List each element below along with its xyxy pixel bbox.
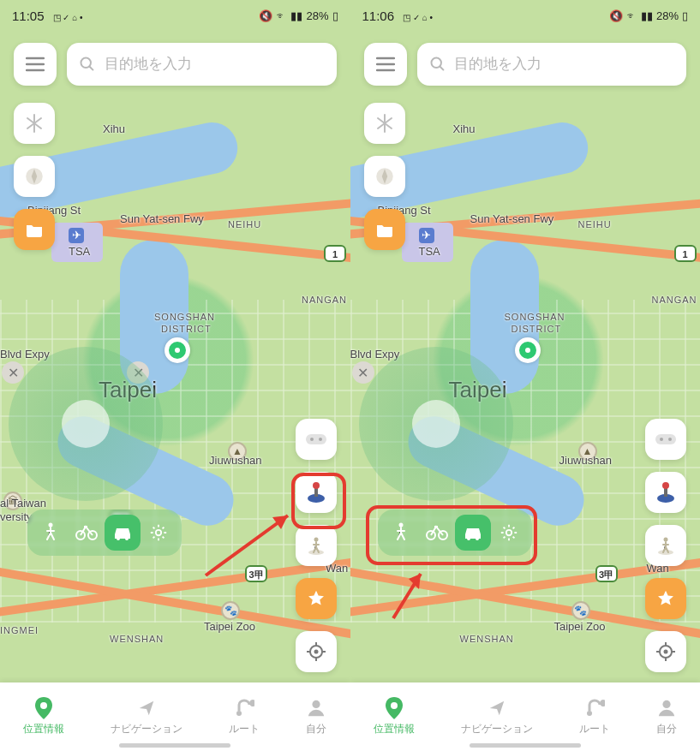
route-marker-a: ✕: [352, 361, 374, 384]
label-xihu: Xihu: [103, 122, 125, 135]
tab-label: 自分: [656, 722, 677, 736]
menu-button[interactable]: [364, 43, 407, 86]
bike-icon: [426, 525, 448, 540]
snow-tool[interactable]: [14, 103, 55, 144]
compass-icon: [23, 165, 45, 188]
snow-tool[interactable]: [364, 103, 405, 144]
airport-tsa: [51, 223, 103, 262]
search-icon: [429, 55, 446, 74]
walk-icon: [392, 522, 410, 543]
mode-bike[interactable]: [419, 515, 455, 551]
svg-point-9: [314, 538, 318, 542]
svg-rect-2: [306, 434, 326, 444]
battery-text: 28%: [306, 9, 328, 22]
virtual-joystick[interactable]: [9, 347, 163, 501]
tab-route[interactable]: ルート: [579, 698, 610, 736]
tab-bar: 位置情報 ナビゲーション ルート 自分: [350, 682, 701, 751]
gamepad-tool[interactable]: [645, 419, 686, 460]
svg-point-42: [587, 711, 592, 716]
mode-settings[interactable]: [141, 515, 176, 551]
search-bar[interactable]: [67, 43, 337, 86]
joystick-alt-tool[interactable]: [296, 472, 337, 513]
svg-point-19: [236, 711, 242, 716]
left-toolbar: [364, 103, 405, 250]
snowflake-icon: [24, 113, 45, 134]
svg-point-8: [308, 550, 324, 555]
svg-point-12: [49, 523, 53, 527]
mute-icon: 🔇: [259, 9, 272, 22]
figure-walk-icon: [655, 535, 676, 556]
svg-point-15: [117, 537, 120, 540]
bike-icon: [75, 525, 98, 540]
car-icon: [462, 524, 484, 541]
virtual-joystick[interactable]: [359, 347, 513, 501]
nav-arrow-icon: [136, 698, 157, 718]
folder-icon: [24, 219, 45, 240]
tab-navigation[interactable]: ナビゲーション: [461, 698, 533, 736]
person-icon: [306, 698, 326, 718]
favorites-tool[interactable]: [296, 578, 337, 619]
tab-self[interactable]: 自分: [656, 698, 677, 736]
svg-point-20: [313, 700, 320, 707]
walk3d-tool[interactable]: [645, 525, 686, 566]
mode-bar[interactable]: [27, 510, 182, 556]
tab-navigation[interactable]: ナビゲーション: [111, 698, 182, 736]
search-input[interactable]: [105, 56, 325, 73]
locate-tool[interactable]: [645, 631, 686, 672]
compass-tool[interactable]: [364, 156, 405, 197]
route-icon: [584, 698, 605, 718]
svg-point-34: [664, 650, 668, 654]
tab-label: 位置情報: [23, 722, 64, 736]
locate-tool[interactable]: [296, 631, 337, 672]
tab-location[interactable]: 位置情報: [23, 698, 64, 736]
svg-point-11: [314, 650, 318, 654]
compass-tool[interactable]: [14, 156, 55, 197]
joystick-icon: [655, 481, 677, 504]
status-right: 🔇 ᯤ ▮▮ 28% ▯: [609, 9, 688, 22]
joystick-alt-tool[interactable]: [645, 472, 686, 513]
mode-walk[interactable]: [383, 515, 419, 551]
status-bar: 11:05 ◳ ✓ ⌂ • 🔇 ᯤ ▮▮ 28% ▯: [0, 0, 350, 31]
poi-zoo: 🐾: [571, 601, 590, 620]
search-bar[interactable]: [417, 43, 687, 86]
mode-car[interactable]: [105, 515, 141, 551]
mode-bar[interactable]: [378, 510, 532, 556]
poi-jiuwushan: ▲: [228, 442, 247, 461]
tab-route[interactable]: ルート: [229, 698, 260, 736]
phone-right: ✕ ▲ 🐾 1 3甲 Xihu Binjiang St Sun Yat-sen …: [350, 0, 701, 751]
phone-left: ✕ ✕ ▲ 🏛 🐾 1 3甲 3甲 Xihu Binjiang St Sun Y…: [0, 0, 350, 751]
gamepad-tool[interactable]: [296, 419, 337, 460]
tab-label: ルート: [229, 722, 260, 736]
svg-point-26: [660, 438, 663, 441]
mode-car[interactable]: [455, 515, 491, 551]
walk3d-tool[interactable]: [296, 525, 337, 566]
mute-icon: 🔇: [609, 9, 623, 22]
mode-bike[interactable]: [69, 515, 105, 551]
status-right: 🔇 ᯤ ▮▮ 28% ▯: [259, 9, 338, 22]
mode-walk[interactable]: [33, 515, 69, 551]
poi-university: 🏛: [3, 492, 22, 510]
svg-point-31: [658, 550, 673, 555]
route-marker-a: ✕: [2, 361, 24, 384]
folder-tool[interactable]: [364, 209, 405, 250]
svg-point-38: [467, 537, 470, 540]
search-input[interactable]: [454, 56, 674, 73]
tab-location[interactable]: 位置情報: [374, 698, 415, 736]
tab-self[interactable]: 自分: [306, 698, 326, 736]
signal-icon: ▮▮: [641, 9, 653, 22]
route-icon: [234, 698, 254, 718]
pin-icon: [384, 698, 404, 718]
favorites-tool[interactable]: [645, 578, 686, 619]
mode-settings[interactable]: [491, 515, 527, 551]
menu-button[interactable]: [14, 43, 57, 86]
home-indicator: [470, 743, 581, 748]
crosshair-icon: [655, 641, 676, 662]
svg-point-17: [156, 530, 161, 535]
tab-label: ナビゲーション: [461, 722, 533, 736]
airport-tsa: [402, 223, 453, 262]
svg-rect-25: [655, 434, 676, 444]
crosshair-icon: [306, 641, 326, 662]
gear-icon: [500, 523, 518, 542]
label-ingmei: INGMEI: [0, 625, 39, 635]
folder-tool[interactable]: [14, 209, 55, 250]
